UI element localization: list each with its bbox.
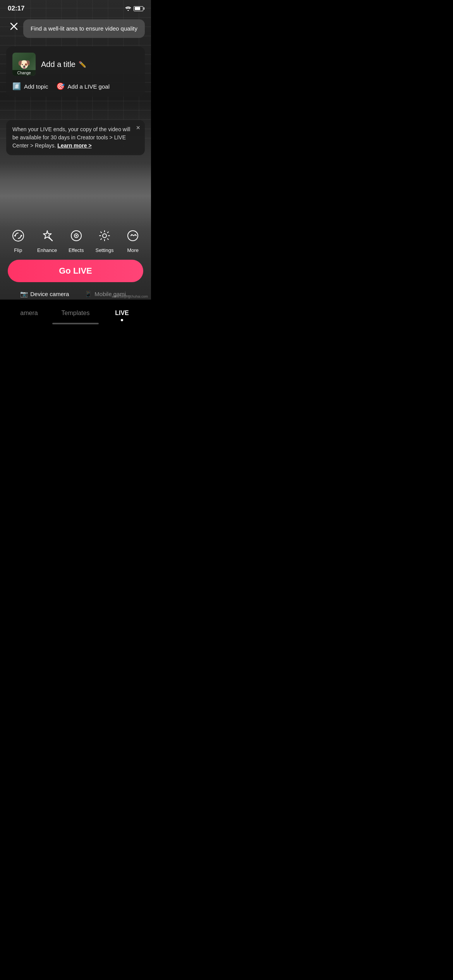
- effects-icon-wrap: [67, 226, 86, 245]
- tab-camera-label: amera: [20, 310, 38, 316]
- go-live-label: Go LIVE: [59, 266, 92, 276]
- tab-live[interactable]: LIVE: [99, 307, 145, 320]
- close-button[interactable]: [7, 19, 21, 33]
- camera-source-selector: 📷 Device camera 📱 Mobile gami...: [0, 290, 151, 298]
- effects-icon: [70, 229, 83, 242]
- flip-button[interactable]: Flip: [9, 226, 27, 253]
- settings-label: Settings: [95, 247, 113, 253]
- toolbar: Flip Enhance Effects: [0, 226, 151, 253]
- add-goal-label: Add a LIVE goal: [68, 83, 110, 90]
- device-camera-icon: 📷: [20, 290, 28, 298]
- learn-more-link[interactable]: Learn more >: [57, 142, 91, 149]
- enhance-icon: [41, 229, 54, 242]
- title-placeholder: Add a title: [41, 60, 76, 69]
- info-text: When your LIVE ends, your copy of the vi…: [12, 125, 139, 150]
- svg-point-0: [128, 10, 129, 11]
- enhance-icon-wrap: [38, 226, 57, 245]
- change-label[interactable]: Change: [12, 70, 36, 76]
- status-icons: [125, 6, 143, 11]
- more-label: More: [127, 247, 139, 253]
- status-time: 02:17: [8, 5, 24, 12]
- wifi-icon: [125, 6, 131, 11]
- info-dismiss-button[interactable]: ×: [136, 124, 140, 132]
- svg-line-4: [49, 238, 52, 241]
- more-icon-wrap: [124, 226, 142, 245]
- info-box: × When your LIVE ends, your copy of the …: [6, 120, 145, 155]
- enhance-label: Enhance: [37, 247, 57, 253]
- title-row: 🐶 Change Add a title ✏️: [12, 53, 139, 76]
- hashtag-icon: #️⃣: [12, 82, 21, 91]
- tags-row: #️⃣ Add topic 🎯 Add a LIVE goal: [12, 82, 139, 91]
- more-button[interactable]: More: [124, 226, 142, 253]
- effects-button[interactable]: Effects: [67, 226, 86, 253]
- device-camera-label: Device camera: [30, 291, 69, 297]
- tab-templates[interactable]: Templates: [52, 307, 99, 320]
- device-camera-option[interactable]: 📷 Device camera: [20, 290, 69, 298]
- effects-label: Effects: [69, 247, 84, 253]
- status-bar: 02:17: [0, 0, 151, 17]
- enhance-button[interactable]: Enhance: [37, 226, 57, 253]
- goal-icon: 🎯: [56, 82, 65, 91]
- add-topic-label: Add topic: [24, 83, 48, 90]
- stream-title[interactable]: Add a title ✏️: [41, 60, 139, 69]
- flip-icon-wrap: [9, 226, 27, 245]
- notification-banner: Find a well-lit area to ensure video qua…: [23, 19, 145, 38]
- battery-icon: [134, 6, 143, 11]
- tab-templates-label: Templates: [62, 310, 90, 316]
- mobile-game-icon: 📱: [84, 290, 92, 298]
- flip-icon: [12, 229, 25, 242]
- add-topic-button[interactable]: #️⃣ Add topic: [12, 82, 48, 91]
- mobile-game-label: Mobile gami...: [94, 291, 130, 297]
- svg-point-8: [103, 234, 106, 238]
- thumbnail-emoji: 🐶: [18, 58, 30, 70]
- mobile-game-option[interactable]: 📱 Mobile gami...: [84, 290, 130, 298]
- notification-text: Find a well-lit area to ensure video qua…: [30, 25, 138, 33]
- battery-fill: [135, 7, 140, 10]
- settings-icon-wrap: [95, 226, 114, 245]
- settings-button[interactable]: Settings: [95, 226, 114, 253]
- tab-camera[interactable]: amera: [6, 307, 52, 320]
- screen: 02:17 Find a well-lit area to ensure vid…: [0, 0, 151, 327]
- settings-icon: [98, 229, 111, 242]
- setup-panel: 🐶 Change Add a title ✏️ #️⃣ Add topic 🎯 …: [6, 46, 145, 97]
- edit-icon: ✏️: [79, 61, 86, 68]
- tab-live-label: LIVE: [115, 310, 129, 316]
- svg-point-7: [76, 235, 77, 236]
- more-icon: [126, 229, 139, 242]
- nav-tabs: amera Templates LIVE: [6, 307, 145, 320]
- go-live-button[interactable]: Go LIVE: [8, 260, 143, 282]
- home-indicator: [52, 323, 99, 324]
- thumbnail-wrap[interactable]: 🐶 Change: [12, 53, 36, 76]
- flip-label: Flip: [14, 247, 22, 253]
- add-goal-button[interactable]: 🎯 Add a LIVE goal: [56, 82, 110, 91]
